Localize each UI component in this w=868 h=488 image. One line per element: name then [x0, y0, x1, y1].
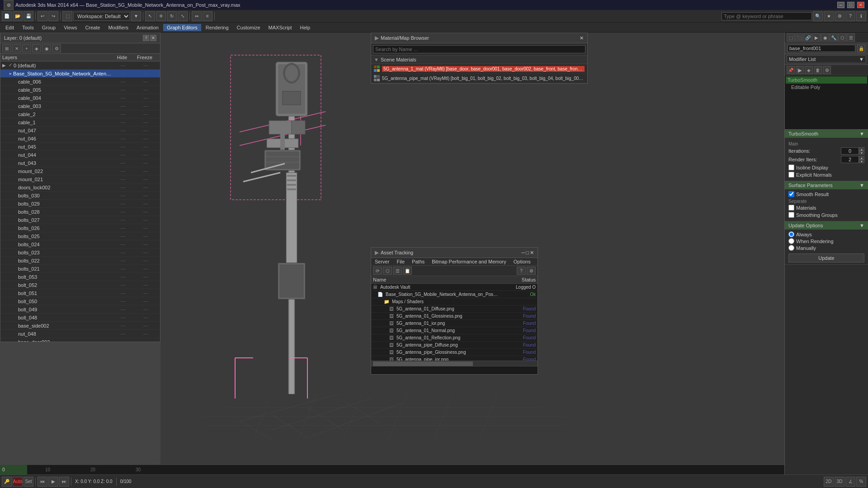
mat-item-1[interactable]: 5G_antenna_1_mat (VRayMtl) [base_door, b…	[371, 64, 587, 74]
layers-help-btn[interactable]: ?	[143, 35, 149, 41]
always-radio[interactable]	[788, 231, 794, 237]
asset-row[interactable]: 🖼5G_antenna_01_Reflection.pngFound	[371, 334, 538, 342]
layer-row[interactable]: cable_006——	[0, 78, 160, 86]
layer-row[interactable]: bolt_051——	[0, 289, 160, 297]
scene-materials-header[interactable]: ▼ Scene Materials	[371, 56, 587, 64]
layer-row[interactable]: base_door002——	[0, 338, 160, 342]
layer-row[interactable]: base_side002——	[0, 322, 160, 330]
mat-item-2[interactable]: 5G_antenna_pipe_mat (VRayMtl) [bolt_big_…	[371, 74, 587, 83]
render-iters-up[interactable]: ▲	[859, 156, 864, 160]
asset-row[interactable]: 🖼5G_antenna_01_Normal.pngFound	[371, 327, 538, 334]
layer-row[interactable]: nut_044——	[0, 151, 160, 159]
asset-settings-btn[interactable]: ⚙	[527, 267, 536, 275]
percent-snap-btn[interactable]: %	[856, 477, 866, 487]
asset-menu-file[interactable]: File	[393, 258, 408, 265]
mirror-tool[interactable]: ⇔	[192, 11, 202, 21]
asset-scrollbar-h[interactable]	[371, 361, 538, 366]
next-frame-btn[interactable]: ⏭	[59, 477, 69, 487]
settings-icon[interactable]: ⚙	[835, 11, 844, 21]
pin-stack-icon[interactable]: 📌	[787, 66, 795, 74]
update-options-header[interactable]: Update Options ▼	[785, 221, 868, 230]
layer-row[interactable]: nut_043——	[0, 159, 160, 167]
modifier-list-dropdown[interactable]: Modifier List ▼	[787, 55, 866, 63]
angle-snap-btn[interactable]: ∠	[845, 477, 855, 487]
asset-row[interactable]: 📄Base_Station_5G_Mobile_Network_Antenna_…	[371, 291, 538, 298]
layer-row[interactable]: bolts_023——	[0, 249, 160, 257]
modifier-turbosmoosh[interactable]: TurboSmooth	[786, 76, 867, 84]
layer-row[interactable]: cable_1——	[0, 118, 160, 127]
rp-icon-hierarchy[interactable]: 🔗	[804, 33, 812, 42]
rp-icon-modify[interactable]: ⬛	[795, 33, 803, 42]
layers-list[interactable]: ▶✓0 (default)——▸Base_Station_5G_Mobile_N…	[0, 61, 160, 342]
make-unique-icon[interactable]: ◈	[805, 66, 813, 74]
asset-row[interactable]: 🖼5G_antenna_01_Diffuse.pngFound	[371, 305, 538, 313]
lock-icon[interactable]: 🔒	[857, 44, 865, 52]
when-rendering-radio[interactable]	[788, 238, 794, 244]
isoline-checkbox[interactable]	[788, 164, 794, 170]
maximize-button[interactable]: □	[847, 2, 854, 8]
asset-row[interactable]: 🖼5G_antenna_pipe_Glossiness.pngFound	[371, 349, 538, 356]
dropdown-arrow[interactable]: ▼	[131, 11, 141, 21]
modifier-editable-poly[interactable]: Editable Poly	[786, 84, 867, 91]
render-iters-down[interactable]: ▼	[859, 160, 864, 163]
open-button[interactable]: 📂	[13, 11, 23, 21]
menu-animation[interactable]: Animation	[133, 24, 162, 31]
menu-modifiers[interactable]: Modifiers	[104, 24, 132, 31]
undo-button[interactable]: ↩	[38, 11, 47, 21]
layer-row[interactable]: doors_lock002——	[0, 183, 160, 192]
close-button[interactable]: ✕	[857, 2, 864, 8]
asset-row[interactable]: 📁Maps / Shaders	[371, 298, 538, 305]
play-btn[interactable]: ▶	[48, 477, 58, 487]
layer-row[interactable]: bolts_029——	[0, 200, 160, 208]
layer-row[interactable]: bolts_025——	[0, 232, 160, 240]
layer-row[interactable]: bolt_052——	[0, 281, 160, 289]
layer-row[interactable]: cable_2——	[0, 110, 160, 118]
smoothing-groups-checkbox[interactable]	[788, 212, 794, 218]
asset-close-btn[interactable]: ✕	[530, 250, 534, 256]
layer-new-btn[interactable]: ⊞	[2, 44, 11, 52]
manually-radio[interactable]	[788, 245, 794, 251]
layer-row[interactable]: bolt_050——	[0, 297, 160, 305]
layer-row[interactable]: cable_003——	[0, 102, 160, 110]
rp-icon-extra2[interactable]: ☰	[847, 33, 855, 42]
menu-create[interactable]: Create	[81, 24, 104, 31]
asset-rows[interactable]: 🏛Autodesk VaultLogged O📄Base_Station_5G_…	[371, 284, 538, 361]
scale-tool[interactable]: ⤡	[178, 11, 188, 21]
rp-icon-select[interactable]: ⬚	[787, 33, 795, 42]
search-input[interactable]	[722, 12, 812, 20]
layer-row[interactable]: nut_047——	[0, 127, 160, 135]
layer-row[interactable]: ▶✓0 (default)——	[0, 61, 160, 70]
menu-group[interactable]: Group	[38, 24, 60, 31]
set-key-btn[interactable]: Set	[24, 477, 33, 487]
prev-frame-btn[interactable]: ⏮	[38, 477, 47, 487]
layer-row[interactable]: bolts_024——	[0, 240, 160, 249]
configure-icon[interactable]: ⚙	[823, 66, 831, 74]
menu-views[interactable]: Views	[60, 24, 80, 31]
layers-close-btn[interactable]: ✕	[150, 35, 156, 41]
menu-customize[interactable]: Customize	[233, 24, 264, 31]
asset-row[interactable]: 🖼5G_antenna_pipe_ior.pngFound	[371, 356, 538, 361]
auto-key-btn[interactable]: Auto	[13, 477, 23, 487]
asset-menu-options[interactable]: Options	[510, 258, 534, 265]
layer-row[interactable]: bolts_021——	[0, 265, 160, 273]
redo-button[interactable]: ↪	[48, 11, 58, 21]
menu-rendering[interactable]: Rendering	[202, 24, 232, 31]
asset-max-btn[interactable]: □	[526, 250, 529, 256]
menu-graph-editors[interactable]: Graph Editors	[163, 24, 201, 31]
render-iters-input[interactable]	[841, 156, 859, 163]
layer-row[interactable]: bolt_053——	[0, 273, 160, 281]
layer-row[interactable]: bolts_026——	[0, 224, 160, 232]
layers-panel-header[interactable]: Layer: 0 (default) ? ✕	[0, 33, 160, 43]
asset-btn-3[interactable]: ☰	[393, 267, 402, 275]
layer-row[interactable]: bolts_022——	[0, 257, 160, 265]
minimize-button[interactable]: ─	[837, 2, 844, 8]
align-tool[interactable]: ≡	[203, 11, 212, 21]
mat-browser-close-btn[interactable]: ✕	[580, 35, 584, 41]
layer-row[interactable]: mount_021——	[0, 175, 160, 183]
select-button[interactable]: ⬚	[62, 11, 72, 21]
iterations-up[interactable]: ▲	[859, 147, 864, 151]
bookmark-icon[interactable]: ★	[824, 11, 834, 21]
search-icon-btn[interactable]: 🔍	[813, 11, 823, 21]
asset-menu-bitmap[interactable]: Bitmap Performance and Memory	[428, 258, 509, 265]
menu-help[interactable]: Help	[297, 24, 314, 31]
